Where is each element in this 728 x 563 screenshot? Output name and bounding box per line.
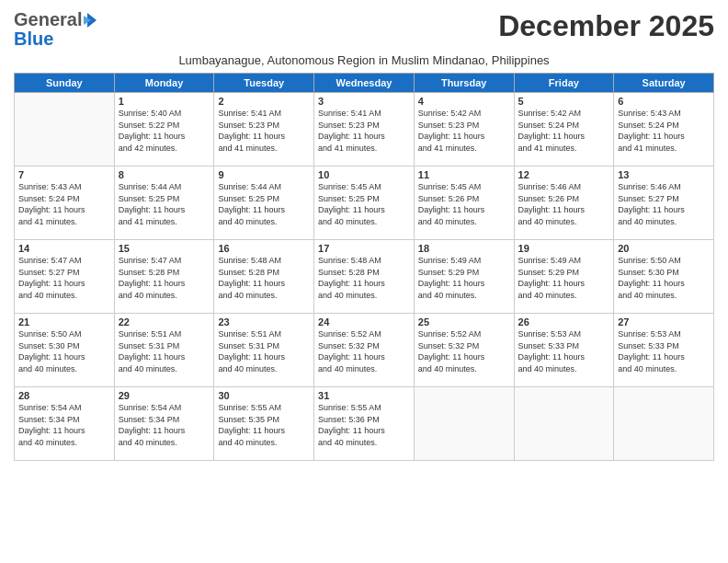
day-info: Sunrise: 5:45 AMSunset: 5:26 PMDaylight:… xyxy=(418,181,510,227)
calendar-cell: 26Sunrise: 5:53 AMSunset: 5:33 PMDayligh… xyxy=(514,314,614,387)
logo: General Blue xyxy=(14,9,98,50)
day-number: 7 xyxy=(18,169,110,180)
calendar-cell: 6Sunrise: 5:43 AMSunset: 5:24 PMDaylight… xyxy=(614,93,714,167)
day-info: Sunrise: 5:48 AMSunset: 5:28 PMDaylight:… xyxy=(318,255,410,301)
day-number: 13 xyxy=(618,169,710,180)
day-number: 10 xyxy=(318,169,410,180)
day-info: Sunrise: 5:47 AMSunset: 5:28 PMDaylight:… xyxy=(119,255,210,301)
day-info: Sunrise: 5:54 AMSunset: 5:34 PMDaylight:… xyxy=(18,402,110,448)
calendar-day-header: Tuesday xyxy=(214,74,314,93)
calendar-table: SundayMondayTuesdayWednesdayThursdayFrid… xyxy=(14,73,714,461)
day-info: Sunrise: 5:46 AMSunset: 5:26 PMDaylight:… xyxy=(518,181,610,227)
calendar-cell: 23Sunrise: 5:51 AMSunset: 5:31 PMDayligh… xyxy=(214,314,314,387)
calendar-cell: 12Sunrise: 5:46 AMSunset: 5:26 PMDayligh… xyxy=(514,167,614,240)
calendar-subtitle: Lumbayanague, Autonomous Region in Musli… xyxy=(14,53,714,67)
calendar-cell xyxy=(414,387,514,461)
calendar-day-header: Sunday xyxy=(15,74,115,93)
calendar-day-header: Friday xyxy=(514,74,614,93)
day-info: Sunrise: 5:54 AMSunset: 5:34 PMDaylight:… xyxy=(119,402,210,448)
day-info: Sunrise: 5:50 AMSunset: 5:30 PMDaylight:… xyxy=(18,328,110,374)
day-info: Sunrise: 5:53 AMSunset: 5:33 PMDaylight:… xyxy=(518,328,610,374)
day-info: Sunrise: 5:52 AMSunset: 5:32 PMDaylight:… xyxy=(318,328,410,374)
day-number: 23 xyxy=(218,316,310,327)
day-info: Sunrise: 5:41 AMSunset: 5:23 PMDaylight:… xyxy=(318,108,410,154)
calendar-day-header: Monday xyxy=(114,74,214,93)
day-number: 26 xyxy=(518,316,610,327)
logo-wing-icon xyxy=(84,11,98,29)
day-number: 9 xyxy=(218,169,310,180)
day-number: 4 xyxy=(418,96,510,107)
day-number: 2 xyxy=(218,96,310,107)
calendar-cell: 15Sunrise: 5:47 AMSunset: 5:28 PMDayligh… xyxy=(114,240,214,314)
calendar-cell xyxy=(614,387,714,461)
calendar-cell: 25Sunrise: 5:52 AMSunset: 5:32 PMDayligh… xyxy=(414,314,514,387)
day-info: Sunrise: 5:44 AMSunset: 5:25 PMDaylight:… xyxy=(119,181,210,227)
day-number: 20 xyxy=(618,243,710,254)
day-number: 12 xyxy=(518,169,610,180)
calendar-cell: 17Sunrise: 5:48 AMSunset: 5:28 PMDayligh… xyxy=(314,240,415,314)
day-info: Sunrise: 5:49 AMSunset: 5:29 PMDaylight:… xyxy=(518,255,610,301)
day-info: Sunrise: 5:42 AMSunset: 5:24 PMDaylight:… xyxy=(518,108,610,154)
calendar-cell: 7Sunrise: 5:43 AMSunset: 5:24 PMDaylight… xyxy=(15,167,115,240)
calendar-day-header: Thursday xyxy=(414,74,514,93)
calendar-cell: 20Sunrise: 5:50 AMSunset: 5:30 PMDayligh… xyxy=(614,240,714,314)
day-number: 28 xyxy=(18,390,110,401)
day-number: 15 xyxy=(119,243,210,254)
day-number: 16 xyxy=(218,243,310,254)
calendar-cell: 14Sunrise: 5:47 AMSunset: 5:27 PMDayligh… xyxy=(15,240,115,314)
day-number: 14 xyxy=(18,243,110,254)
day-number: 8 xyxy=(119,169,210,180)
calendar-cell: 16Sunrise: 5:48 AMSunset: 5:28 PMDayligh… xyxy=(214,240,314,314)
calendar-cell: 8Sunrise: 5:44 AMSunset: 5:25 PMDaylight… xyxy=(114,167,214,240)
calendar-cell: 29Sunrise: 5:54 AMSunset: 5:34 PMDayligh… xyxy=(114,387,214,461)
calendar-cell: 30Sunrise: 5:55 AMSunset: 5:35 PMDayligh… xyxy=(214,387,314,461)
calendar-cell: 19Sunrise: 5:49 AMSunset: 5:29 PMDayligh… xyxy=(514,240,614,314)
day-number: 5 xyxy=(518,96,610,107)
calendar-week-row: 28Sunrise: 5:54 AMSunset: 5:34 PMDayligh… xyxy=(15,387,714,461)
calendar-week-row: 21Sunrise: 5:50 AMSunset: 5:30 PMDayligh… xyxy=(15,314,714,387)
calendar-week-row: 1Sunrise: 5:40 AMSunset: 5:22 PMDaylight… xyxy=(15,93,714,167)
calendar-cell: 4Sunrise: 5:42 AMSunset: 5:23 PMDaylight… xyxy=(414,93,514,167)
day-info: Sunrise: 5:50 AMSunset: 5:30 PMDaylight:… xyxy=(618,255,710,301)
logo-general-text: General xyxy=(14,9,82,30)
day-info: Sunrise: 5:40 AMSunset: 5:22 PMDaylight:… xyxy=(119,108,210,154)
day-number: 22 xyxy=(119,316,210,327)
day-info: Sunrise: 5:52 AMSunset: 5:32 PMDaylight:… xyxy=(418,328,510,374)
day-info: Sunrise: 5:43 AMSunset: 5:24 PMDaylight:… xyxy=(18,181,110,227)
day-number: 18 xyxy=(418,243,510,254)
day-info: Sunrise: 5:49 AMSunset: 5:29 PMDaylight:… xyxy=(418,255,510,301)
calendar-cell: 1Sunrise: 5:40 AMSunset: 5:22 PMDaylight… xyxy=(114,93,214,167)
calendar-cell: 18Sunrise: 5:49 AMSunset: 5:29 PMDayligh… xyxy=(414,240,514,314)
calendar-cell xyxy=(514,387,614,461)
day-info: Sunrise: 5:51 AMSunset: 5:31 PMDaylight:… xyxy=(119,328,210,374)
day-number: 25 xyxy=(418,316,510,327)
calendar-cell: 28Sunrise: 5:54 AMSunset: 5:34 PMDayligh… xyxy=(15,387,115,461)
day-info: Sunrise: 5:55 AMSunset: 5:35 PMDaylight:… xyxy=(218,402,310,448)
day-number: 24 xyxy=(318,316,410,327)
calendar-cell: 10Sunrise: 5:45 AMSunset: 5:25 PMDayligh… xyxy=(314,167,415,240)
calendar-cell: 22Sunrise: 5:51 AMSunset: 5:31 PMDayligh… xyxy=(114,314,214,387)
day-number: 19 xyxy=(518,243,610,254)
day-info: Sunrise: 5:42 AMSunset: 5:23 PMDaylight:… xyxy=(418,108,510,154)
day-info: Sunrise: 5:41 AMSunset: 5:23 PMDaylight:… xyxy=(218,108,310,154)
calendar-cell: 27Sunrise: 5:53 AMSunset: 5:33 PMDayligh… xyxy=(614,314,714,387)
day-info: Sunrise: 5:55 AMSunset: 5:36 PMDaylight:… xyxy=(318,402,410,448)
calendar-cell: 3Sunrise: 5:41 AMSunset: 5:23 PMDaylight… xyxy=(314,93,415,167)
day-number: 6 xyxy=(618,96,710,107)
calendar-cell xyxy=(15,93,115,167)
calendar-cell: 9Sunrise: 5:44 AMSunset: 5:25 PMDaylight… xyxy=(214,167,314,240)
day-info: Sunrise: 5:45 AMSunset: 5:25 PMDaylight:… xyxy=(318,181,410,227)
page: General Blue December 2025 Lumbayanague,… xyxy=(0,0,728,563)
logo-blue-text: Blue xyxy=(14,29,53,50)
day-number: 31 xyxy=(318,390,410,401)
day-number: 30 xyxy=(218,390,310,401)
day-info: Sunrise: 5:51 AMSunset: 5:31 PMDaylight:… xyxy=(218,328,310,374)
day-info: Sunrise: 5:44 AMSunset: 5:25 PMDaylight:… xyxy=(218,181,310,227)
calendar-week-row: 7Sunrise: 5:43 AMSunset: 5:24 PMDaylight… xyxy=(15,167,714,240)
calendar-cell: 24Sunrise: 5:52 AMSunset: 5:32 PMDayligh… xyxy=(314,314,415,387)
calendar-week-row: 14Sunrise: 5:47 AMSunset: 5:27 PMDayligh… xyxy=(15,240,714,314)
calendar-cell: 2Sunrise: 5:41 AMSunset: 5:23 PMDaylight… xyxy=(214,93,314,167)
calendar-day-header: Wednesday xyxy=(314,74,415,93)
day-info: Sunrise: 5:43 AMSunset: 5:24 PMDaylight:… xyxy=(618,108,710,154)
day-info: Sunrise: 5:47 AMSunset: 5:27 PMDaylight:… xyxy=(18,255,110,301)
